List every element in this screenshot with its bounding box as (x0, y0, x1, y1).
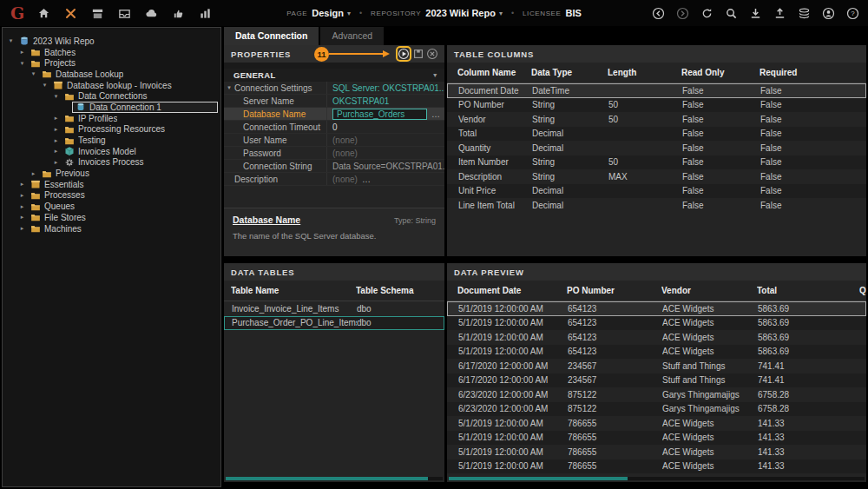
tab-advanced[interactable]: Advanced (320, 27, 384, 45)
tree-item-testing[interactable]: ▸Testing (3, 135, 220, 146)
tree-item-previous[interactable]: ▸Previous (3, 168, 220, 179)
tree-item-body[interactable]: Essentials (27, 179, 220, 190)
table-row[interactable]: 5/1/2019 12:00:00 AM786655ACE Widgets141… (447, 416, 866, 431)
tree-item-invoices-process[interactable]: ▸Invoices Process (3, 157, 220, 169)
table-row[interactable]: Purchase_Order_PO_Line_Itemsdbo (224, 316, 444, 331)
column-header-po-number[interactable]: PO Number (567, 286, 661, 295)
chevron-right-icon[interactable]: ▸ (51, 137, 61, 144)
tree-item-database-lookup-invoices[interactable]: ▾Database lookup - Invoices (3, 80, 220, 91)
execute-button[interactable] (398, 48, 410, 60)
tree-item-body[interactable]: Processes (27, 190, 220, 202)
chevron-down-icon[interactable]: ▼ (432, 72, 438, 78)
tree-item-projects[interactable]: ▾Projects (3, 57, 220, 69)
property-row-user-name[interactable]: User Name(none) (224, 134, 444, 147)
cancel-button[interactable] (426, 48, 438, 60)
property-row-password[interactable]: Password(none) (224, 147, 444, 160)
chevron-down-icon[interactable]: ▾ (51, 93, 61, 100)
column-header-table-name[interactable]: Table Name (231, 286, 356, 295)
property-value[interactable]: Data Source=OKCSTRPA01... (326, 160, 444, 172)
chevron-right-icon[interactable]: ▸ (17, 192, 27, 199)
layers-icon[interactable] (797, 6, 811, 20)
table-row[interactable]: 5/1/2019 12:00:00 AM654123ACE Widgets586… (447, 316, 866, 331)
column-header-length[interactable]: Length (608, 68, 681, 77)
tasks-icon[interactable] (171, 6, 185, 20)
table-row[interactable]: Invoice_Invoice_Line_Itemsdbo (224, 301, 444, 316)
chevron-down-icon[interactable]: ▾ (17, 60, 27, 67)
property-value[interactable]: (none)… (326, 173, 444, 185)
table-row[interactable]: 5/1/2019 12:00:00 AM654123ACE Widgets586… (447, 345, 866, 360)
tree-item-invoices-model[interactable]: ▸Invoices Model (3, 146, 220, 157)
property-row-description[interactable]: Description(none)… (224, 173, 444, 186)
column-header-required[interactable]: Required (760, 68, 866, 77)
tree-item-queues[interactable]: ▸Queues (3, 201, 220, 212)
column-header-q[interactable]: Q (859, 286, 866, 295)
property-value[interactable]: 0 (326, 121, 444, 133)
tree-item-body[interactable]: Queues (27, 201, 220, 212)
tree-item-body[interactable]: File Stores (27, 212, 220, 223)
download-icon[interactable] (748, 6, 762, 20)
tree-item-essentials[interactable]: ▸Essentials (3, 179, 220, 190)
chevron-right-icon[interactable]: ▸ (51, 115, 61, 122)
property-row-server-name[interactable]: Server NameOKCSTRPA01 (224, 95, 444, 108)
tree-item-body[interactable]: Data Connection 1 (72, 102, 218, 113)
tree-item-ip-profiles[interactable]: ▸IP Profiles (3, 113, 220, 124)
tree-item-body[interactable]: 2023 Wiki Repo (16, 36, 220, 47)
upload-icon[interactable] (773, 6, 786, 20)
value-editor[interactable]: Purchase_Orders (332, 109, 427, 120)
property-row-database-name[interactable]: Database NamePurchase_Orders… (224, 108, 444, 121)
column-header-data-type[interactable]: Data Type (531, 68, 608, 77)
chevron-down-icon[interactable]: ▾ (347, 10, 351, 17)
chevron-down-icon[interactable]: ▾ (40, 82, 49, 89)
chevron-down-icon[interactable]: ▾ (29, 70, 38, 77)
tree-item-processing-resources[interactable]: ▸Processing Resources (3, 124, 220, 135)
chevron-right-icon[interactable]: ▸ (17, 225, 27, 232)
tree-item-body[interactable]: Database lookup - Invoices (49, 80, 220, 91)
table-row[interactable]: 5/1/2019 12:00:00 AM786655ACE Widgets141… (447, 459, 866, 474)
tree-item-body[interactable]: Invoices Model (61, 146, 220, 157)
table-row[interactable]: DescriptionStringMAXFalseFalse (447, 169, 866, 184)
home-icon[interactable] (36, 6, 50, 20)
tree-item-database-lookup[interactable]: ▾Database Lookup (3, 69, 220, 80)
chevron-right-icon[interactable]: ▸ (17, 203, 27, 210)
property-value[interactable]: Purchase_Orders… (326, 108, 444, 120)
tree-item-body[interactable]: Projects (27, 57, 220, 69)
table-row[interactable]: VendorString50FalseFalse (447, 112, 866, 127)
table-row[interactable]: Item NumberString50FalseFalse (447, 155, 866, 170)
refresh-icon[interactable] (700, 6, 713, 20)
table-row[interactable]: QuantityDecimalFalseFalse (447, 141, 866, 155)
column-header-vendor[interactable]: Vendor (661, 286, 757, 295)
ellipsis-button[interactable]: … (427, 109, 444, 119)
table-row[interactable]: 6/23/2020 12:00:00 AM875122Garys Thingam… (447, 387, 866, 402)
property-value[interactable]: OKCSTRPA01 (326, 95, 444, 107)
tree-item-body[interactable]: Invoices Process (61, 157, 220, 169)
tools-icon[interactable] (63, 6, 77, 20)
back-icon[interactable] (651, 6, 665, 20)
chevron-right-icon[interactable]: ▸ (17, 214, 27, 221)
column-header-read-only[interactable]: Read Only (681, 68, 760, 77)
tree-item-data-connection-1[interactable]: Data Connection 1 (3, 102, 220, 113)
batches-icon[interactable] (90, 6, 104, 20)
repository-dropdown[interactable]: 2023 Wiki Repo (425, 8, 496, 18)
property-row-connection-string[interactable]: Connection StringData Source=OKCSTRPA01.… (224, 160, 444, 173)
property-group-general[interactable]: GENERAL ▼ (224, 69, 444, 82)
chevron-right-icon[interactable]: ▸ (29, 170, 38, 177)
table-row[interactable]: Document DateDateTimeFalseFalse (447, 83, 866, 98)
page-dropdown[interactable]: Design (312, 8, 344, 18)
tree-item-body[interactable]: Testing (61, 135, 220, 146)
table-row[interactable]: 5/1/2019 12:00:00 AM654123ACE Widgets586… (447, 330, 866, 345)
search-icon[interactable] (724, 6, 738, 20)
tree-item-file-stores[interactable]: ▸File Stores (3, 212, 220, 223)
table-row[interactable]: 5/1/2019 12:00:00 AM786655ACE Widgets141… (447, 431, 866, 446)
chevron-down-icon[interactable]: ▾ (6, 37, 16, 44)
chevron-down-icon[interactable]: ▾ (224, 84, 234, 91)
tree-item-2023-wiki-repo[interactable]: ▾2023 Wiki Repo (3, 36, 220, 47)
chevron-right-icon[interactable]: ▸ (17, 181, 27, 188)
save-button[interactable] (412, 48, 424, 60)
table-row[interactable]: 6/23/2020 12:00:00 AM875122Garys Thingam… (447, 402, 866, 417)
table-row[interactable]: TotalDecimalFalseFalse (447, 127, 866, 142)
tree-item-machines[interactable]: ▸Machines (3, 223, 220, 235)
tree-item-body[interactable]: Machines (27, 223, 220, 235)
column-header-column-name[interactable]: Column Name (457, 68, 531, 77)
tree-item-processes[interactable]: ▸Processes (3, 190, 220, 202)
chevron-down-icon[interactable]: ▾ (499, 10, 503, 17)
